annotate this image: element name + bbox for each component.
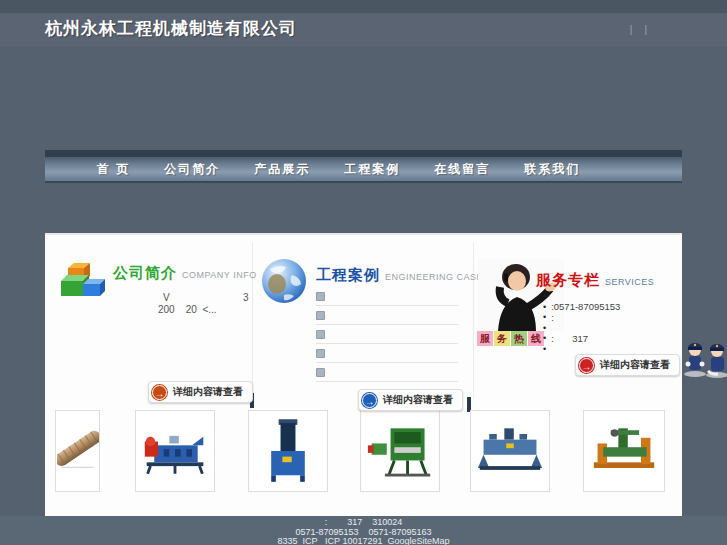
arrow-circle-icon: → xyxy=(362,393,377,408)
arrow-circle-icon: → xyxy=(579,358,594,373)
service-line-text: : 317 xyxy=(551,333,588,344)
case-list xyxy=(316,287,458,382)
engineering-panel-title: 工程案例ENGINEERING CASE xyxy=(316,266,483,285)
service-line-text: :0571-87095153 xyxy=(551,301,620,312)
service-line: • xyxy=(543,323,620,334)
cubes-icon xyxy=(60,260,106,302)
case-list-item[interactable] xyxy=(316,287,458,306)
hotline-char: 务 xyxy=(494,331,510,346)
detail-button-label: 详细内容请查看 xyxy=(383,393,453,407)
detail-button-label: 详细内容请查看 xyxy=(173,385,243,399)
services-detail-button[interactable]: → 详细内容请查看 xyxy=(575,354,680,376)
product-image-blue-machine xyxy=(476,426,544,476)
company-text-fragment: V xyxy=(163,292,170,303)
nav-item-cases[interactable]: 工程案例 xyxy=(344,161,400,178)
services-title-en: SERVICES xyxy=(605,277,654,287)
product-card-5[interactable] xyxy=(470,410,550,492)
service-line: •: 317 xyxy=(543,333,620,344)
engineering-title-cn: 工程案例 xyxy=(316,266,380,283)
cyber-police-icon[interactable] xyxy=(684,332,727,378)
case-list-item[interactable] xyxy=(316,306,458,325)
nav-shadow xyxy=(45,150,682,157)
list-bullet-icon xyxy=(316,368,325,377)
case-list-item[interactable] xyxy=(316,325,458,344)
nav-item-home[interactable]: 首 页 xyxy=(97,161,130,178)
company-panel-title: 公司简介COMPANY INFO xyxy=(113,264,257,283)
company-text-fragment: 200 20 <... xyxy=(158,304,217,315)
services-title-cn: 服务专栏 xyxy=(536,271,600,288)
top-strip xyxy=(0,0,727,13)
bullet-icon: • xyxy=(543,344,546,354)
case-list-item[interactable] xyxy=(316,344,458,363)
company-title-en: COMPANY INFO xyxy=(182,270,257,280)
footer-icp-line: 8335 ICP ICP 10017291 GoogleSiteMap xyxy=(0,537,727,545)
service-line: •:0571-87095153 xyxy=(543,302,620,313)
service-line-text: : xyxy=(551,312,554,323)
product-card-3[interactable] xyxy=(248,410,328,492)
product-image-pipe-bender xyxy=(141,424,209,478)
list-bullet-icon xyxy=(316,330,325,339)
product-image-green-press xyxy=(366,422,434,480)
product-card-1[interactable] xyxy=(55,410,100,492)
footer: : 317 310024 0571-87095153 0571-87095163… xyxy=(0,516,727,545)
bullet-icon: • xyxy=(543,323,546,333)
bullet-icon: • xyxy=(543,291,546,301)
service-hotline-label: 服 务 热 线 xyxy=(477,331,544,346)
bullet-icon: • xyxy=(543,312,546,322)
services-panel-title: 服务专栏SERVICES xyxy=(536,271,654,290)
list-bullet-icon xyxy=(316,292,325,301)
product-image-pipe-sample xyxy=(57,419,99,483)
separator-icon: | xyxy=(630,24,633,35)
engineering-detail-button[interactable]: → 详细内容请查看 xyxy=(358,389,463,411)
product-image-lathe xyxy=(590,422,658,480)
globe-icon xyxy=(260,257,308,305)
bullet-icon: • xyxy=(543,333,546,343)
product-card-2[interactable] xyxy=(135,410,215,492)
company-detail-button[interactable]: → 详细内容请查看 xyxy=(148,381,253,403)
main-nav: 首 页 公司简介 产品展示 工程案例 在线留言 联系我们 xyxy=(45,157,682,183)
main-content: 公司简介COMPANY INFO V 3 200 20 <... → 详细内容请… xyxy=(45,233,682,516)
site-title: 杭州永林工程机械制造有限公司 xyxy=(45,17,297,40)
service-line: • xyxy=(543,291,620,302)
case-list-item[interactable] xyxy=(316,363,458,382)
nav-item-message[interactable]: 在线留言 xyxy=(434,161,490,178)
hotline-char: 服 xyxy=(477,331,493,346)
hotline-char: 热 xyxy=(511,331,527,346)
nav-item-company[interactable]: 公司简介 xyxy=(164,161,220,178)
nav-item-products[interactable]: 产品展示 xyxy=(254,161,310,178)
separator-icon: | xyxy=(644,24,647,35)
service-line: • xyxy=(543,344,620,355)
company-title-cn: 公司简介 xyxy=(113,264,177,281)
list-bullet-icon xyxy=(316,311,325,320)
page: 杭州永林工程机械制造有限公司 | | 首 页 公司简介 产品展示 工程案例 在线… xyxy=(0,0,727,545)
bullet-icon: • xyxy=(543,302,546,312)
list-bullet-icon xyxy=(316,349,325,358)
product-image-vertical-machine xyxy=(260,416,316,486)
product-card-4[interactable] xyxy=(360,410,440,492)
product-card-6[interactable] xyxy=(583,410,665,492)
company-text-fragment: 3 xyxy=(243,292,249,303)
arrow-circle-icon: → xyxy=(152,385,167,400)
nav-item-contact[interactable]: 联系我们 xyxy=(524,161,580,178)
hotline-char: 线 xyxy=(528,331,544,346)
header-top-links: | | xyxy=(630,24,647,35)
detail-button-label: 详细内容请查看 xyxy=(600,358,670,372)
service-line: •: xyxy=(543,312,620,323)
engineering-title-en: ENGINEERING CASE xyxy=(385,272,483,282)
services-contact-list: • •:0571-87095153 •: • •: 317 • xyxy=(543,291,620,354)
